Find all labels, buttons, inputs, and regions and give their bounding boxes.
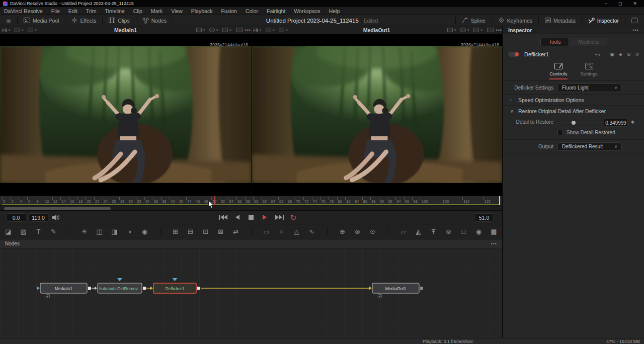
color-curves-tool-icon[interactable]: ◫ bbox=[96, 228, 104, 235]
left-viewer-zoom-select[interactable]: Fit∨ bbox=[2, 28, 11, 33]
node-graph[interactable]: MediaIn1AutomaticDirtRemov...Deflicker1M… bbox=[0, 248, 502, 338]
merge-tool-icon[interactable]: ⊞ bbox=[172, 228, 180, 235]
menu-fairlight[interactable]: Fairlight bbox=[267, 8, 285, 14]
deflicker-settings-dropdown[interactable]: Fluoro Light ∨ bbox=[557, 83, 622, 92]
output-dropdown[interactable]: Deflickered Result ∨ bbox=[557, 142, 622, 151]
reset-icon[interactable]: ↺ bbox=[635, 52, 639, 57]
menu-clip[interactable]: Clip bbox=[133, 8, 142, 14]
effects-button[interactable]: Effects bbox=[65, 15, 102, 26]
node-output-square[interactable] bbox=[143, 287, 146, 290]
menu-davinci-resolve[interactable]: DaVinci Resolve bbox=[4, 8, 43, 14]
maximize-button[interactable]: ◻ bbox=[618, 1, 622, 6]
audio-mute-icon[interactable] bbox=[52, 214, 59, 221]
color-corrector-tool-icon[interactable]: ☀ bbox=[80, 228, 89, 235]
right-viewer-split-view[interactable]: ∨ bbox=[279, 28, 288, 32]
matte-control-tool-icon[interactable]: ⊡ bbox=[202, 228, 210, 235]
left-viewer-ab-buffer[interactable]: ∨ bbox=[15, 28, 24, 32]
nodes-button[interactable]: Nodes bbox=[136, 15, 173, 26]
cube-3d-tool-icon[interactable]: □ bbox=[460, 228, 468, 235]
metadata-button[interactable]: Metadata bbox=[539, 15, 582, 26]
current-frame-field[interactable]: 51.0 bbox=[475, 213, 493, 222]
subtab-settings[interactable]: Settings bbox=[581, 63, 598, 79]
versions-icon[interactable]: ▣ bbox=[610, 52, 614, 57]
brightness-contrast-tool-icon[interactable]: ◑ bbox=[126, 228, 134, 235]
inspector-button[interactable]: Inspector bbox=[582, 15, 625, 26]
renderer-3d-tool-icon[interactable]: ▦ bbox=[490, 228, 498, 235]
left-viewer-split-view[interactable]: ∨ bbox=[28, 28, 37, 32]
left-viewer[interactable]: 3936x2144xfloat16 bbox=[0, 34, 251, 196]
right-viewer-color-controls[interactable]: ∨ bbox=[447, 28, 456, 32]
node-output-square[interactable] bbox=[197, 287, 200, 290]
text-plus-tool-icon[interactable]: T bbox=[35, 228, 43, 235]
first-frame-button[interactable] bbox=[218, 213, 227, 222]
tracker-tool-icon[interactable]: ⊕ bbox=[339, 228, 347, 235]
hue-curves-tool-icon[interactable]: ◨ bbox=[111, 228, 119, 235]
rectangle-mask-tool-icon[interactable]: ▭ bbox=[263, 228, 271, 235]
channel-booleans-tool-icon[interactable]: ⊟ bbox=[187, 228, 195, 235]
camera-3d-tool-icon[interactable]: ◉ bbox=[475, 228, 483, 235]
polygon-mask-tool-icon[interactable]: △ bbox=[293, 228, 301, 235]
spline-button[interactable]: Spline bbox=[456, 15, 492, 26]
loop-button[interactable]: ↻ bbox=[289, 213, 298, 222]
show-detail-checkbox[interactable] bbox=[557, 130, 563, 135]
fastnoise-tool-icon[interactable]: ▨ bbox=[20, 228, 28, 235]
transform-tool-icon[interactable]: ⇄ bbox=[232, 228, 240, 235]
right-viewer-ab-buffer[interactable]: ∨ bbox=[266, 28, 275, 32]
node-color-swatch[interactable]: ▪ ∨ bbox=[595, 52, 601, 57]
menu-playback[interactable]: Playback bbox=[191, 8, 213, 14]
play-reverse-button[interactable] bbox=[232, 213, 242, 222]
node-output-square[interactable] bbox=[420, 287, 423, 290]
menu-file[interactable]: File bbox=[51, 8, 60, 14]
detail-slider-handle[interactable] bbox=[572, 121, 576, 125]
node-output-square[interactable] bbox=[88, 287, 91, 290]
keyframe-icon[interactable]: ◆ bbox=[631, 119, 634, 124]
left-viewer-grid-icon[interactable]: ∨ bbox=[222, 28, 231, 32]
blur-tool-icon[interactable]: ◉ bbox=[141, 228, 149, 235]
menu-workspace[interactable]: Workspace bbox=[294, 8, 320, 14]
text-3d-tool-icon[interactable]: Ŧ bbox=[430, 228, 438, 235]
menu-mark[interactable]: Mark bbox=[151, 8, 163, 14]
planar-tracker-tool-icon[interactable]: ⊗ bbox=[354, 228, 362, 235]
node-MediaOut1[interactable]: MediaOut1 bbox=[372, 283, 423, 298]
ellipse-mask-tool-icon[interactable]: ○ bbox=[278, 228, 286, 235]
node-AutomaticDirtRemov[interactable]: AutomaticDirtRemov... bbox=[98, 278, 146, 293]
right-viewer-options-menu[interactable]: ••• bbox=[496, 28, 502, 33]
menu-fusion[interactable]: Fusion bbox=[221, 8, 237, 14]
shape-3d-tool-icon[interactable]: ◭ bbox=[415, 228, 423, 235]
keyframes-button[interactable]: Keyframes bbox=[492, 15, 538, 26]
node-enable-toggle[interactable] bbox=[508, 52, 519, 57]
image-plane-3d-tool-icon[interactable]: ▱ bbox=[399, 228, 408, 235]
right-viewer[interactable]: 3936x2144xfloat16 bbox=[252, 34, 502, 196]
tab-modifiers[interactable]: Modifiers bbox=[570, 38, 607, 46]
background-tool-icon[interactable]: ◪ bbox=[5, 228, 13, 235]
menu-view[interactable]: View bbox=[171, 8, 183, 14]
speed-optimization-section[interactable]: › Speed Optimization Options bbox=[503, 95, 644, 105]
nodes-panel-menu[interactable]: ••• bbox=[491, 241, 502, 246]
menu-help[interactable]: Help bbox=[329, 8, 340, 14]
clapper-icon[interactable] bbox=[625, 15, 644, 26]
page-overlay-icon[interactable]: ▣ bbox=[0, 15, 17, 26]
pin-icon[interactable]: ◈ bbox=[619, 52, 622, 57]
right-viewer-zoom-select[interactable]: Fit∨ bbox=[253, 28, 262, 33]
last-frame-button[interactable] bbox=[275, 213, 284, 222]
media-pool-button[interactable]: Media Pool bbox=[18, 15, 65, 26]
menu-trim[interactable]: Trim bbox=[86, 8, 97, 14]
close-button[interactable]: ✕ bbox=[633, 1, 637, 6]
node-MediaIn1[interactable]: MediaIn1 bbox=[37, 283, 91, 298]
right-viewer-grid-icon[interactable]: ∨ bbox=[473, 28, 482, 32]
camera-tracker-tool-icon[interactable]: ⊙ bbox=[369, 228, 377, 235]
left-viewer-lut-icon[interactable]: ∨ bbox=[209, 28, 218, 32]
lock-icon[interactable]: ⊙ bbox=[627, 52, 631, 57]
subtab-controls[interactable]: Controls bbox=[549, 63, 567, 79]
minimize-button[interactable]: – bbox=[605, 1, 607, 6]
tab-tools[interactable]: Tools bbox=[540, 38, 569, 46]
detail-slider[interactable] bbox=[558, 123, 602, 123]
right-viewer-lut-icon[interactable]: ∨ bbox=[460, 28, 469, 32]
resize-tool-icon[interactable]: ⊠ bbox=[217, 228, 225, 235]
left-viewer-options-menu[interactable]: ••• bbox=[245, 28, 251, 33]
stop-button[interactable] bbox=[247, 213, 256, 222]
play-forward-button[interactable] bbox=[261, 213, 270, 222]
restore-detail-section[interactable]: ∨ Restore Original Detail After Deflicke… bbox=[503, 106, 644, 116]
detail-value-field[interactable]: 0.349999 bbox=[604, 119, 628, 127]
merge-3d-tool-icon[interactable]: ⊚ bbox=[445, 228, 453, 235]
